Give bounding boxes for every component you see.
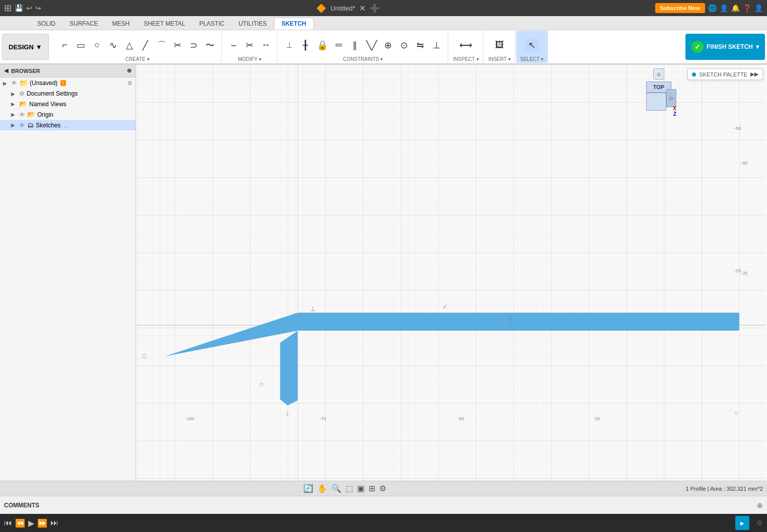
line-tool-button[interactable]: ⌐ bbox=[58, 38, 72, 52]
nav-cube-front-button[interactable] bbox=[646, 93, 666, 111]
sketches-arrow-icon: ▶ bbox=[11, 122, 17, 128]
perpendicular-button[interactable]: ⊥ bbox=[430, 38, 444, 52]
tab-utilities[interactable]: UTILITIES bbox=[232, 18, 274, 30]
constraints-tools: ⟂ ╂ 🔒 ═ ∥ ╲╱ ⊕ ⊙ ⇋ ⊥ bbox=[283, 31, 444, 56]
undo-icon[interactable]: ↩ bbox=[26, 4, 32, 12]
polygon-tool-button[interactable]: △ bbox=[122, 38, 136, 52]
sketches-eye-icon[interactable]: 👁 bbox=[19, 122, 25, 129]
toolbar-tabs: SOLID SURFACE MESH SHEET METAL PLASTIC U… bbox=[0, 16, 767, 30]
anim-settings-button[interactable]: ⚙ bbox=[756, 519, 763, 527]
wave-tool-button[interactable]: 〜 bbox=[203, 38, 217, 53]
orbit-button[interactable]: 🔄 bbox=[303, 484, 313, 493]
svg-text:⊥: ⊥ bbox=[508, 321, 513, 329]
ribbon: DESIGN ▼ ⌐ ▭ ○ ∿ △ ╱ ⌒ ✂ ⊃ 〜 CREATE ▾ ⌣ … bbox=[0, 30, 767, 64]
sketch-palette-panel[interactable]: SKETCH PALETTE ▶▶ bbox=[687, 68, 763, 80]
inspect-group: ⟷ INSPECT ▾ bbox=[449, 31, 483, 63]
unsaved-badge: ! bbox=[60, 80, 66, 86]
anim-play-button[interactable]: ▶ bbox=[28, 518, 34, 528]
question-icon[interactable]: ❓ bbox=[743, 4, 751, 12]
browser-collapse-icon[interactable]: ◀ bbox=[4, 67, 8, 74]
redo-icon[interactable]: ↪ bbox=[35, 4, 41, 12]
coincident-button[interactable]: ╂ bbox=[299, 38, 313, 52]
spline-tool-button[interactable]: ∿ bbox=[106, 38, 120, 52]
inspect-label: INSPECT ▾ bbox=[453, 56, 479, 63]
subscribe-button[interactable]: Subscribe Now bbox=[655, 3, 705, 13]
user-icon[interactable]: 👤 bbox=[720, 4, 728, 12]
zoom-window-button[interactable]: ⬚ bbox=[345, 484, 353, 493]
sketch-palette-expand-icon[interactable]: ▶▶ bbox=[750, 71, 758, 78]
tangent-button[interactable]: ⊙ bbox=[397, 38, 411, 52]
nav-cube-right-button[interactable]: ▷ bbox=[666, 89, 676, 107]
insert-image-button[interactable]: 🖼 bbox=[493, 38, 507, 52]
zoom-fit-button[interactable]: 🔍 bbox=[331, 484, 341, 493]
symmetric-button[interactable]: ⇋ bbox=[413, 38, 428, 52]
browser-item-sketches[interactable]: ▶ 👁 🗂 Sketches , , bbox=[0, 120, 135, 130]
lock-button[interactable]: 🔒 bbox=[315, 38, 330, 52]
tab-sketch[interactable]: SKETCH bbox=[274, 18, 314, 30]
design-button[interactable]: DESIGN ▼ bbox=[2, 34, 49, 60]
origin-eye-icon[interactable]: 👁 bbox=[19, 111, 25, 118]
home-view-button[interactable]: ⌂ bbox=[653, 68, 664, 80]
browser-item-origin[interactable]: ▶ 👁 📂 Origin bbox=[0, 109, 135, 120]
canvas-settings-button[interactable]: ⚙ bbox=[379, 484, 386, 493]
browser-title: BROWSER bbox=[11, 68, 40, 74]
notification-icon[interactable]: 🔔 bbox=[731, 4, 740, 12]
sketches-extra: , , bbox=[62, 122, 69, 129]
finish-checkmark-icon: ✓ bbox=[691, 41, 704, 53]
save-icon[interactable]: 💾 bbox=[15, 4, 23, 12]
midpoint-button[interactable]: ⊕ bbox=[381, 38, 395, 52]
browser-item-root[interactable]: ▶ 👁 📁 (Unsaved) ! ⚙ bbox=[0, 78, 135, 89]
equal-button[interactable]: ═ bbox=[332, 38, 346, 52]
file-icon: 🔶 bbox=[316, 4, 326, 13]
title-bar: ⊞ 💾 ↩ ↪ 🔶 Untitled* ✕ ➕ Subscribe Now 🌐 … bbox=[0, 0, 767, 16]
anim-preview-frame: ▶ bbox=[735, 516, 749, 530]
svg-text:-25: -25 bbox=[741, 271, 747, 276]
finish-sketch-arrow: ▾ bbox=[756, 43, 759, 50]
tab-mesh[interactable]: MESH bbox=[105, 18, 137, 30]
collinear-button[interactable]: ╲╱ bbox=[364, 38, 379, 52]
tab-sheet-metal[interactable]: SHEET METAL bbox=[136, 18, 192, 30]
browser-header-left: ◀ BROWSER bbox=[4, 67, 40, 74]
select-button[interactable]: ↖ bbox=[525, 38, 539, 52]
horizontal-constraint-button[interactable]: ⟂ bbox=[283, 38, 297, 52]
tab-plastic[interactable]: PLASTIC bbox=[192, 18, 232, 30]
modify-label: MODIFY ▾ bbox=[238, 56, 261, 63]
root-gear-icon[interactable]: ⚙ bbox=[127, 80, 132, 87]
browser-expand-icon[interactable]: ⊕ bbox=[127, 67, 131, 74]
display-mode-button[interactable]: ▣ bbox=[357, 484, 365, 493]
browser-header: ◀ BROWSER ⊕ bbox=[0, 64, 135, 78]
anim-prev-button[interactable]: ⏪ bbox=[15, 518, 25, 528]
line2-tool-button[interactable]: ╱ bbox=[138, 38, 153, 52]
svg-marker-12 bbox=[280, 331, 298, 405]
trim-scissors-button[interactable]: ✂ bbox=[171, 38, 185, 52]
anim-last-button[interactable]: ⏭ bbox=[50, 518, 58, 527]
offset-tool-button[interactable]: ⊃ bbox=[187, 38, 201, 52]
pan-button[interactable]: ✋ bbox=[317, 484, 327, 493]
grid-button[interactable]: ⊞ bbox=[369, 484, 375, 493]
rect-tool-button[interactable]: ▭ bbox=[74, 38, 88, 52]
help-icon[interactable]: 🌐 bbox=[708, 4, 717, 12]
arc-tool-button[interactable]: ⌒ bbox=[155, 38, 169, 53]
parallel-button[interactable]: ∥ bbox=[348, 38, 362, 52]
trim-button[interactable]: ✂ bbox=[243, 38, 257, 52]
measure-button[interactable]: ⟷ bbox=[457, 38, 474, 52]
circle-tool-button[interactable]: ○ bbox=[90, 38, 104, 52]
browser-item-doc-settings[interactable]: ▶ ⚙ Document Settings bbox=[0, 89, 135, 99]
root-eye-icon[interactable]: 👁 bbox=[11, 80, 17, 87]
anim-first-button[interactable]: ⏮ bbox=[4, 518, 12, 527]
canvas-area[interactable]: -50 -25 -100 -75 -50 -25 ⊥ ⊥ ⊥ ✓ ✓ bbox=[136, 64, 767, 481]
browser-item-named-views[interactable]: ▶ 📂 Named Views bbox=[0, 99, 135, 109]
anim-next-button[interactable]: ⏩ bbox=[37, 518, 47, 528]
comments-expand-icon[interactable]: ⊕ bbox=[757, 501, 763, 509]
account-icon[interactable]: 👤 bbox=[754, 4, 763, 12]
tab-solid[interactable]: SOLID bbox=[30, 18, 62, 30]
close-tab-button[interactable]: ✕ bbox=[359, 4, 366, 13]
fillet-button[interactable]: ⌣ bbox=[227, 38, 241, 52]
extend-button[interactable]: ↔ bbox=[259, 38, 273, 52]
titlebar-right: Subscribe Now 🌐 👤 🔔 ❓ 👤 bbox=[655, 3, 763, 13]
constraints-group: ⟂ ╂ 🔒 ═ ∥ ╲╱ ⊕ ⊙ ⇋ ⊥ CONSTRAINTS ▾ bbox=[278, 31, 448, 63]
modify-tools: ⌣ ✂ ↔ bbox=[227, 31, 273, 56]
new-tab-button[interactable]: ➕ bbox=[370, 4, 380, 13]
finish-sketch-button[interactable]: ✓ FINISH SKETCH ▾ bbox=[685, 34, 765, 60]
tab-surface[interactable]: SURFACE bbox=[62, 18, 105, 30]
